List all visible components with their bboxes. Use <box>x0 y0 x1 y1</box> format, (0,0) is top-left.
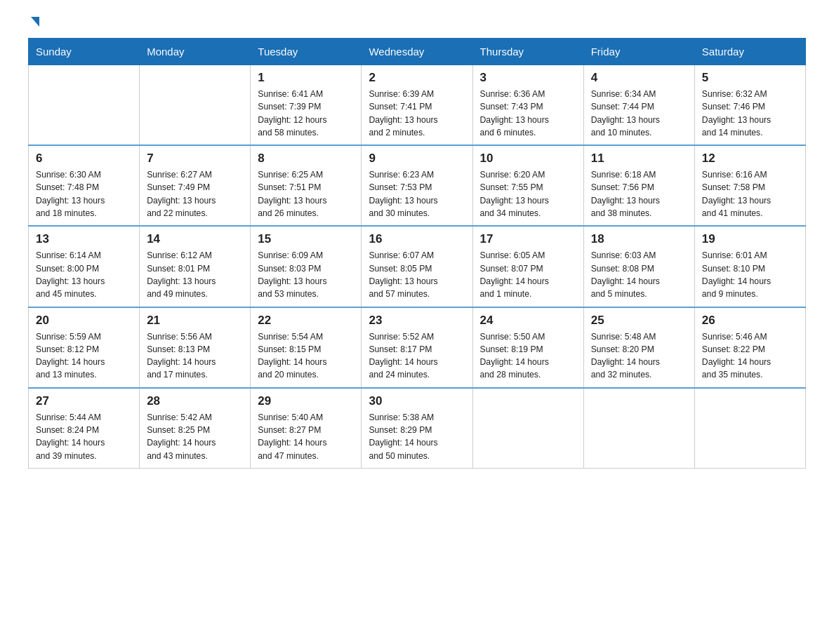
day-number: 2 <box>369 71 465 85</box>
day-info: Sunrise: 6:41 AM Sunset: 7:39 PM Dayligh… <box>258 88 354 139</box>
calendar-cell: 14Sunrise: 6:12 AM Sunset: 8:01 PM Dayli… <box>140 226 251 307</box>
day-number: 15 <box>258 232 354 246</box>
weekday-header-saturday: Saturday <box>694 39 805 65</box>
day-number: 13 <box>36 232 132 246</box>
calendar-cell: 4Sunrise: 6:34 AM Sunset: 7:44 PM Daylig… <box>583 65 694 146</box>
calendar-cell <box>472 388 583 469</box>
calendar-cell: 16Sunrise: 6:07 AM Sunset: 8:05 PM Dayli… <box>362 226 472 307</box>
day-info: Sunrise: 6:23 AM Sunset: 7:53 PM Dayligh… <box>369 168 465 220</box>
day-info: Sunrise: 6:12 AM Sunset: 8:01 PM Dayligh… <box>147 249 243 300</box>
day-number: 14 <box>147 232 243 246</box>
calendar-cell <box>29 65 140 146</box>
calendar-cell: 15Sunrise: 6:09 AM Sunset: 8:03 PM Dayli… <box>251 226 362 307</box>
calendar-cell: 10Sunrise: 6:20 AM Sunset: 7:55 PM Dayli… <box>472 145 583 226</box>
calendar-cell: 17Sunrise: 6:05 AM Sunset: 8:07 PM Dayli… <box>472 226 583 307</box>
day-number: 26 <box>702 314 798 328</box>
day-info: Sunrise: 5:38 AM Sunset: 8:29 PM Dayligh… <box>369 411 465 462</box>
day-number: 20 <box>36 314 132 328</box>
calendar-cell <box>694 388 805 469</box>
day-number: 17 <box>480 232 576 246</box>
day-number: 24 <box>480 314 576 328</box>
calendar-cell: 2Sunrise: 6:39 AM Sunset: 7:41 PM Daylig… <box>362 65 472 146</box>
day-info: Sunrise: 6:18 AM Sunset: 7:56 PM Dayligh… <box>591 168 687 220</box>
calendar-cell: 6Sunrise: 6:30 AM Sunset: 7:48 PM Daylig… <box>29 145 140 226</box>
day-info: Sunrise: 5:52 AM Sunset: 8:17 PM Dayligh… <box>369 330 465 382</box>
day-info: Sunrise: 5:44 AM Sunset: 8:24 PM Dayligh… <box>36 411 132 462</box>
calendar-week-row: 1Sunrise: 6:41 AM Sunset: 7:39 PM Daylig… <box>29 65 806 146</box>
calendar-cell: 19Sunrise: 6:01 AM Sunset: 8:10 PM Dayli… <box>694 226 805 307</box>
calendar-cell: 11Sunrise: 6:18 AM Sunset: 7:56 PM Dayli… <box>583 145 694 226</box>
day-info: Sunrise: 6:32 AM Sunset: 7:46 PM Dayligh… <box>702 88 798 139</box>
calendar-cell <box>583 388 694 469</box>
day-number: 3 <box>480 71 576 85</box>
calendar-cell: 3Sunrise: 6:36 AM Sunset: 7:43 PM Daylig… <box>472 65 583 146</box>
calendar-week-row: 27Sunrise: 5:44 AM Sunset: 8:24 PM Dayli… <box>29 388 806 469</box>
day-info: Sunrise: 6:20 AM Sunset: 7:55 PM Dayligh… <box>480 168 576 220</box>
calendar-cell: 28Sunrise: 5:42 AM Sunset: 8:25 PM Dayli… <box>140 388 251 469</box>
weekday-header-monday: Monday <box>140 39 251 65</box>
day-info: Sunrise: 6:01 AM Sunset: 8:10 PM Dayligh… <box>702 249 798 300</box>
day-number: 25 <box>591 314 687 328</box>
day-number: 22 <box>258 314 354 328</box>
day-info: Sunrise: 6:03 AM Sunset: 8:08 PM Dayligh… <box>591 249 687 300</box>
day-info: Sunrise: 5:48 AM Sunset: 8:20 PM Dayligh… <box>591 330 687 382</box>
calendar-cell: 9Sunrise: 6:23 AM Sunset: 7:53 PM Daylig… <box>362 145 472 226</box>
day-info: Sunrise: 5:50 AM Sunset: 8:19 PM Dayligh… <box>480 330 576 382</box>
calendar-cell: 20Sunrise: 5:59 AM Sunset: 8:12 PM Dayli… <box>29 307 140 388</box>
calendar-table: SundayMondayTuesdayWednesdayThursdayFrid… <box>28 38 806 469</box>
day-number: 23 <box>369 314 465 328</box>
calendar-week-row: 6Sunrise: 6:30 AM Sunset: 7:48 PM Daylig… <box>29 145 806 226</box>
day-info: Sunrise: 5:40 AM Sunset: 8:27 PM Dayligh… <box>258 411 354 462</box>
weekday-header-friday: Friday <box>583 39 694 65</box>
day-number: 18 <box>591 232 687 246</box>
weekday-header-row: SundayMondayTuesdayWednesdayThursdayFrid… <box>29 39 806 65</box>
weekday-header-wednesday: Wednesday <box>362 39 472 65</box>
day-number: 4 <box>591 71 687 85</box>
day-number: 10 <box>480 152 576 166</box>
day-number: 29 <box>258 394 354 408</box>
day-info: Sunrise: 6:16 AM Sunset: 7:58 PM Dayligh… <box>702 168 798 220</box>
day-number: 27 <box>36 394 132 408</box>
calendar-cell: 22Sunrise: 5:54 AM Sunset: 8:15 PM Dayli… <box>251 307 362 388</box>
day-info: Sunrise: 6:27 AM Sunset: 7:49 PM Dayligh… <box>147 168 243 220</box>
calendar-cell: 18Sunrise: 6:03 AM Sunset: 8:08 PM Dayli… <box>583 226 694 307</box>
calendar-cell: 29Sunrise: 5:40 AM Sunset: 8:27 PM Dayli… <box>251 388 362 469</box>
calendar-cell: 30Sunrise: 5:38 AM Sunset: 8:29 PM Dayli… <box>362 388 472 469</box>
day-info: Sunrise: 6:36 AM Sunset: 7:43 PM Dayligh… <box>480 88 576 139</box>
day-number: 16 <box>369 232 465 246</box>
calendar-cell <box>140 65 251 146</box>
day-info: Sunrise: 6:25 AM Sunset: 7:51 PM Dayligh… <box>258 168 354 220</box>
calendar-cell: 24Sunrise: 5:50 AM Sunset: 8:19 PM Dayli… <box>472 307 583 388</box>
calendar-cell: 8Sunrise: 6:25 AM Sunset: 7:51 PM Daylig… <box>251 145 362 226</box>
day-number: 21 <box>147 314 243 328</box>
weekday-header-tuesday: Tuesday <box>251 39 362 65</box>
calendar-cell: 23Sunrise: 5:52 AM Sunset: 8:17 PM Dayli… <box>362 307 472 388</box>
day-number: 5 <box>702 71 798 85</box>
day-info: Sunrise: 6:34 AM Sunset: 7:44 PM Dayligh… <box>591 88 687 139</box>
weekday-header-thursday: Thursday <box>472 39 583 65</box>
day-info: Sunrise: 5:59 AM Sunset: 8:12 PM Dayligh… <box>36 330 132 382</box>
calendar-cell: 25Sunrise: 5:48 AM Sunset: 8:20 PM Dayli… <box>583 307 694 388</box>
page-header <box>28 21 806 24</box>
day-number: 1 <box>258 71 354 85</box>
day-info: Sunrise: 6:09 AM Sunset: 8:03 PM Dayligh… <box>258 249 354 300</box>
day-info: Sunrise: 6:05 AM Sunset: 8:07 PM Dayligh… <box>480 249 576 300</box>
day-info: Sunrise: 5:46 AM Sunset: 8:22 PM Dayligh… <box>702 330 798 382</box>
day-info: Sunrise: 6:30 AM Sunset: 7:48 PM Dayligh… <box>36 168 132 220</box>
calendar-cell: 21Sunrise: 5:56 AM Sunset: 8:13 PM Dayli… <box>140 307 251 388</box>
calendar-cell: 13Sunrise: 6:14 AM Sunset: 8:00 PM Dayli… <box>29 226 140 307</box>
logo-triangle-icon <box>31 17 39 27</box>
day-number: 7 <box>147 152 243 166</box>
day-number: 8 <box>258 152 354 166</box>
calendar-cell: 5Sunrise: 6:32 AM Sunset: 7:46 PM Daylig… <box>694 65 805 146</box>
calendar-week-row: 13Sunrise: 6:14 AM Sunset: 8:00 PM Dayli… <box>29 226 806 307</box>
day-info: Sunrise: 6:07 AM Sunset: 8:05 PM Dayligh… <box>369 249 465 300</box>
day-number: 28 <box>147 394 243 408</box>
day-info: Sunrise: 6:39 AM Sunset: 7:41 PM Dayligh… <box>369 88 465 139</box>
day-number: 19 <box>702 232 798 246</box>
day-number: 12 <box>702 152 798 166</box>
day-info: Sunrise: 6:14 AM Sunset: 8:00 PM Dayligh… <box>36 249 132 300</box>
calendar-cell: 27Sunrise: 5:44 AM Sunset: 8:24 PM Dayli… <box>29 388 140 469</box>
calendar-cell: 26Sunrise: 5:46 AM Sunset: 8:22 PM Dayli… <box>694 307 805 388</box>
day-number: 30 <box>369 394 465 408</box>
